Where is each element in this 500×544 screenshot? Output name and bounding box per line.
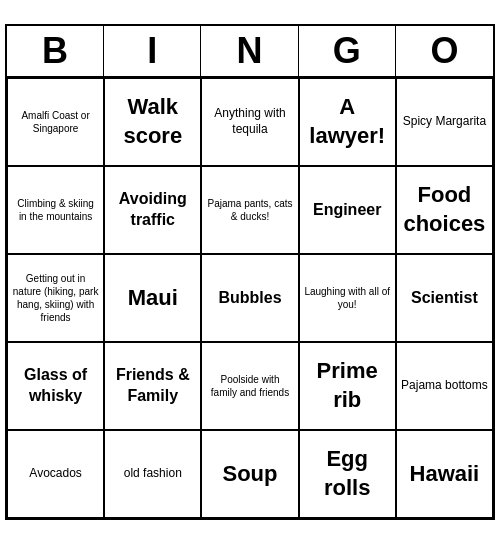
bingo-cell-15[interactable]: Glass of whisky bbox=[7, 342, 104, 430]
bingo-cell-10[interactable]: Getting out in nature (hiking, park hang… bbox=[7, 254, 104, 342]
bingo-cell-20[interactable]: Avocados bbox=[7, 430, 104, 518]
bingo-cell-3[interactable]: A lawyer! bbox=[299, 78, 396, 166]
bingo-cell-9[interactable]: Food choices bbox=[396, 166, 493, 254]
bingo-cell-0[interactable]: Amalfi Coast or Singapore bbox=[7, 78, 104, 166]
header-letter-o: O bbox=[396, 26, 493, 76]
bingo-cell-12[interactable]: Bubbles bbox=[201, 254, 298, 342]
bingo-cell-18[interactable]: Prime rib bbox=[299, 342, 396, 430]
bingo-cell-7[interactable]: Pajama pants, cats & ducks! bbox=[201, 166, 298, 254]
bingo-cell-22[interactable]: Soup bbox=[201, 430, 298, 518]
bingo-card: BINGO Amalfi Coast or SingaporeWalk scor… bbox=[5, 24, 495, 520]
bingo-cell-17[interactable]: Poolside with family and friends bbox=[201, 342, 298, 430]
bingo-cell-6[interactable]: Avoiding traffic bbox=[104, 166, 201, 254]
bingo-cell-8[interactable]: Engineer bbox=[299, 166, 396, 254]
bingo-cell-1[interactable]: Walk score bbox=[104, 78, 201, 166]
bingo-cell-13[interactable]: Laughing with all of you! bbox=[299, 254, 396, 342]
bingo-grid: Amalfi Coast or SingaporeWalk scoreAnyth… bbox=[7, 78, 493, 518]
bingo-cell-11[interactable]: Maui bbox=[104, 254, 201, 342]
bingo-cell-5[interactable]: Climbing & skiing in the mountains bbox=[7, 166, 104, 254]
bingo-cell-19[interactable]: Pajama bottoms bbox=[396, 342, 493, 430]
bingo-header: BINGO bbox=[7, 26, 493, 78]
bingo-cell-24[interactable]: Hawaii bbox=[396, 430, 493, 518]
header-letter-b: B bbox=[7, 26, 104, 76]
header-letter-n: N bbox=[201, 26, 298, 76]
bingo-cell-2[interactable]: Anything with tequila bbox=[201, 78, 298, 166]
bingo-cell-14[interactable]: Scientist bbox=[396, 254, 493, 342]
bingo-cell-21[interactable]: old fashion bbox=[104, 430, 201, 518]
bingo-cell-4[interactable]: Spicy Margarita bbox=[396, 78, 493, 166]
bingo-cell-23[interactable]: Egg rolls bbox=[299, 430, 396, 518]
bingo-cell-16[interactable]: Friends & Family bbox=[104, 342, 201, 430]
header-letter-g: G bbox=[299, 26, 396, 76]
header-letter-i: I bbox=[104, 26, 201, 76]
